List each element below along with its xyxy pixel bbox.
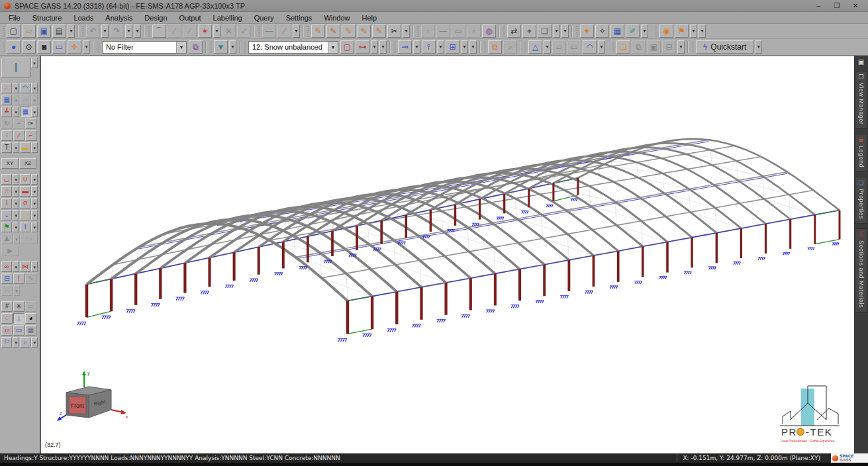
menu-loads[interactable]: Loads [68, 13, 99, 23]
menu-labelling[interactable]: Labelling [207, 13, 248, 23]
eyedropper-icon[interactable]: ✑ [25, 118, 36, 129]
draw-arch-icon[interactable]: ◠ [20, 83, 30, 93]
area-load-icon[interactable]: △ [528, 40, 542, 54]
find-binoculars-icon[interactable]: ⊙ [22, 40, 36, 54]
snap-more-icon[interactable]: ▾ [31, 107, 38, 117]
new-file-icon[interactable]: ▢ [7, 24, 21, 38]
moment-release-icon[interactable]: ⋈ [20, 261, 30, 272]
close-button[interactable]: ✕ [851, 2, 860, 9]
text-tool-icon[interactable]: T [1, 142, 12, 153]
copy-entities-icon[interactable]: ❏ [538, 24, 552, 38]
sidebar-tab-legend[interactable]: ≣Legend [855, 134, 867, 172]
member-load-dropdown-icon[interactable]: ▾ [413, 40, 420, 54]
edit-member-icon[interactable]: ✎ [326, 24, 340, 38]
tool-b-icon[interactable]: — [436, 24, 450, 38]
menu-analysis[interactable]: Analysis [99, 13, 138, 23]
move-nodes-icon[interactable]: ⇄ [507, 24, 521, 38]
deflection-icon[interactable]: ⌄ [1, 210, 12, 220]
panel-a-icon[interactable]: ▱ [552, 40, 566, 54]
menu-file[interactable]: File [3, 13, 26, 23]
bin-icon[interactable]: ◍ [482, 24, 496, 38]
run-more-icon[interactable]: ▾ [13, 234, 20, 244]
filter-select[interactable]: No Filter▾ [102, 41, 187, 54]
panel-e-icon[interactable]: ⊟ [662, 40, 676, 54]
edit-area-icon[interactable]: ✎ [372, 24, 386, 38]
ruler-icon[interactable]: ▭ [52, 40, 66, 54]
node-loads-icon[interactable]: ⊶ [356, 40, 369, 54]
quickstart-button[interactable]: ϟQuickstart [696, 40, 753, 54]
current-case-icon[interactable]: ▢ [340, 40, 354, 54]
shade-plate-icon[interactable]: ▦ [25, 325, 36, 336]
edit-node-icon[interactable]: ✎ [311, 24, 325, 38]
axial-more-icon[interactable]: ▾ [31, 186, 38, 197]
dimension-icon[interactable]: ∕ [168, 24, 181, 38]
plate-more-icon[interactable]: ▾ [31, 95, 38, 105]
undo-dropdown-icon[interactable]: ▾ [101, 24, 109, 38]
render-sphere-icon[interactable]: ◕ [25, 313, 36, 324]
draw-node-icon[interactable]: ✶ [198, 24, 212, 38]
dim-10-icon[interactable]: 10 [1, 325, 13, 336]
edit-panel-icon[interactable]: ❏ [616, 40, 630, 54]
loads-more-icon[interactable]: ▾ [379, 40, 387, 54]
measure-icon[interactable]: ⌖ [522, 24, 536, 38]
nodes-more-icon[interactable]: ▾ [13, 83, 19, 93]
sidebar-tab-sections-and-materials[interactable]: ☰Sections and Materials [855, 228, 867, 312]
bending-moment-icon[interactable]: ◡ [1, 174, 12, 185]
grid-icon[interactable]: ▦ [1, 95, 12, 105]
sigma-more-icon[interactable]: ▾ [31, 198, 38, 209]
grid-more-icon[interactable]: ▾ [13, 95, 19, 105]
copy-loads-icon[interactable]: ⧉ [488, 40, 502, 54]
plane-xz-button[interactable]: XZ [19, 158, 36, 169]
snap-grid-icon[interactable]: ▦ [20, 107, 30, 117]
shear-diagram-icon[interactable]: ⎍ [1, 186, 12, 197]
wind-arch-icon[interactable]: ◠ [583, 40, 597, 54]
edit-load-icon[interactable]: ✎ [357, 24, 371, 38]
design-more-icon[interactable]: ▾ [31, 222, 38, 232]
member-load-icon[interactable]: ⊸ [398, 40, 412, 54]
datasheet-icon[interactable]: ▦ [610, 24, 624, 38]
plate-load-dropdown-icon[interactable]: ▾ [461, 40, 468, 54]
query-wand-icon[interactable]: ✧ [595, 24, 609, 38]
section-more-icon[interactable]: ▾ [31, 58, 38, 68]
edit-pencil-icon[interactable]: ✎ [25, 273, 36, 284]
md-more-icon[interactable]: ▾ [31, 174, 38, 185]
copy-entities-dropdown-icon[interactable]: ▾ [553, 24, 560, 38]
menu-structure[interactable]: Structure [26, 13, 68, 23]
plate-outline-icon[interactable]: ▱ [25, 301, 36, 312]
funnel-more-icon[interactable]: ▾ [229, 40, 236, 54]
brush-icon[interactable]: ✐ [626, 24, 640, 38]
nn-more-icon[interactable]: ▾ [13, 285, 20, 296]
deflection-more-icon[interactable]: ▾ [13, 210, 19, 220]
tool-a-icon[interactable]: ▫ [421, 24, 435, 38]
master-slave-icon[interactable]: ∞ [1, 261, 12, 272]
member-tool-icon[interactable]: ⌐ [13, 118, 24, 129]
copy-filter-icon[interactable]: ⧉ [189, 40, 203, 54]
print-dropdown-icon[interactable]: ▾ [68, 24, 75, 38]
filter-funnel-icon[interactable]: ▼ [214, 40, 228, 54]
sidebar-tab-view-manager[interactable]: ❐View Manager [855, 71, 867, 129]
node-numbers-icon[interactable]: ⁙ [1, 285, 13, 296]
delete-icon[interactable]: ✕ [222, 24, 236, 38]
load-case-select-arrow-icon[interactable]: ▾ [328, 42, 338, 53]
supports-icon[interactable]: ┻ [1, 107, 12, 117]
menu-window[interactable]: Window [318, 13, 356, 23]
more3-icon[interactable]: ▾ [561, 24, 569, 38]
blank-button[interactable]: ▭ [21, 234, 38, 244]
section-shape-button[interactable]: I [1, 58, 30, 77]
analysis-run-icon[interactable]: ♟ [1, 234, 13, 244]
tool-c-icon[interactable]: ▭ [452, 24, 465, 38]
dim-more-icon[interactable]: ▾ [31, 142, 38, 153]
envelope-more-icon[interactable]: ▾ [31, 210, 38, 220]
node-loads-dropdown-icon[interactable]: ▾ [371, 40, 378, 54]
save-icon[interactable]: ▣ [37, 24, 51, 38]
more4-icon[interactable]: ▾ [699, 24, 706, 38]
shear-more-icon[interactable]: ▾ [13, 186, 19, 197]
draw-nodes-icon[interactable]: ∴ [1, 83, 12, 93]
panel-d-icon[interactable]: ▣ [647, 40, 661, 54]
panel-b-icon[interactable]: ▭ [567, 40, 581, 54]
panel-c-icon[interactable]: ⧉ [632, 40, 646, 54]
dimension-tool-icon[interactable]: ▬ [20, 142, 30, 153]
more2-icon[interactable]: ▾ [293, 24, 300, 38]
load-case-select[interactable]: 12: Snow unbalanced▾ [248, 41, 338, 54]
quickstart-more-icon[interactable]: ▾ [755, 40, 762, 54]
